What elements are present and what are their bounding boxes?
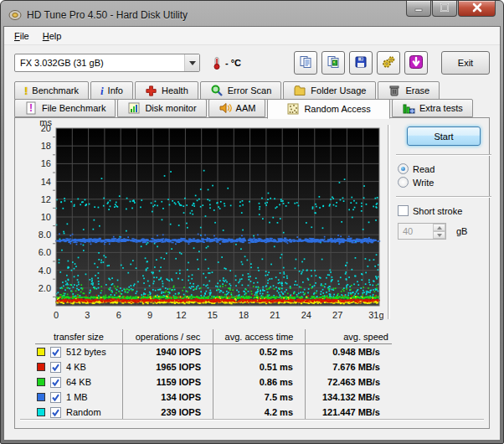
tab-aam[interactable]: AAM [208, 99, 266, 117]
transfer-size-label: 64 KB [66, 377, 91, 387]
drive-selector-value: FX 3.032GB (31 gB) [15, 58, 184, 68]
svg-text:31gB: 31gB [368, 310, 383, 320]
spin-up-button[interactable] [433, 224, 445, 231]
series-color-swatch [37, 408, 45, 416]
svg-text:27: 27 [332, 310, 342, 320]
download-icon [409, 55, 423, 71]
copy-text-button[interactable] [294, 51, 317, 75]
svg-text:8.0: 8.0 [39, 230, 51, 240]
series-color-swatch [37, 363, 45, 371]
menu-file[interactable]: File [8, 28, 36, 44]
window-controls [405, 1, 496, 17]
close-button[interactable] [458, 1, 496, 17]
benchmark-icon: ! [24, 85, 28, 96]
speed-value: 7.676 MB/s [305, 359, 392, 374]
speed-value: 72.463 MB/s [305, 374, 392, 390]
series-checkbox[interactable] [50, 407, 61, 418]
tab-bar: !BenchmarkiInfoHealthError ScanFolder Us… [14, 81, 490, 117]
tab-health[interactable]: Health [135, 81, 198, 100]
series-checkbox[interactable] [50, 362, 61, 373]
ops-value: 1965 IOPS [122, 359, 213, 374]
test-controls: Start ReadWrite Short stroke 40 gB [394, 125, 493, 240]
transfer-size-label: 4 KB [66, 362, 86, 372]
tab-error-scan[interactable]: Error Scan [200, 81, 282, 100]
tab-folder-usage[interactable]: Folder Usage [283, 81, 376, 100]
app-icon [8, 8, 22, 22]
column-header: operations / sec [122, 329, 213, 344]
copy-image-button[interactable] [321, 51, 345, 75]
radio-read[interactable]: Read [398, 163, 493, 174]
tab-random-access[interactable]: Random Access [267, 99, 389, 119]
exit-button[interactable]: Exit [441, 51, 490, 75]
maximize-button[interactable] [432, 1, 457, 17]
random-access-panel: ms2018161412108.06.04.02.003691215182124… [14, 117, 490, 429]
short-stroke-checkbox[interactable]: Short stroke [398, 205, 493, 216]
access-time-value: 0.52 ms [213, 344, 305, 359]
radio-write[interactable]: Write [398, 177, 493, 188]
ops-value: 239 IOPS [122, 405, 213, 420]
random-access-icon [286, 102, 300, 116]
toolbar-buttons [294, 51, 428, 75]
table-row-legend: 1 MB [35, 390, 122, 405]
minimize-button[interactable] [406, 1, 431, 17]
table-row-legend: 4 KB [35, 359, 122, 374]
svg-text:16: 16 [41, 158, 51, 168]
tab-label: Health [162, 85, 188, 96]
start-button[interactable]: Start [407, 126, 481, 146]
ops-value: 1159 IOPS [122, 374, 213, 390]
divider [20, 419, 484, 420]
speed-value: 0.948 MB/s [305, 344, 392, 359]
series-checkbox[interactable] [50, 347, 61, 358]
divider [396, 154, 491, 155]
checkbox-icon[interactable] [398, 205, 409, 216]
titlebar[interactable]: HD Tune Pro 4.50 - Hard Disk Utility [3, 3, 501, 26]
series-checkbox[interactable] [50, 377, 61, 388]
stroke-size-input[interactable]: 40 [398, 223, 446, 240]
radio-icon[interactable] [398, 163, 409, 174]
options-button[interactable] [377, 51, 400, 75]
aam-icon [219, 101, 232, 115]
access-time-value: 7.5 ms [213, 390, 305, 405]
drive-selector[interactable]: FX 3.032GB (31 gB) [14, 54, 200, 72]
transfer-size-label: Random [66, 407, 101, 417]
tab-disk-monitor[interactable]: Disk monitor [117, 99, 206, 117]
copy-image-icon [327, 55, 340, 71]
spin-down-button[interactable] [433, 231, 445, 239]
tab-extra-tests[interactable]: Extra tests [392, 99, 473, 117]
close-icon [471, 1, 484, 17]
svg-text:6.0: 6.0 [39, 247, 51, 257]
tab-label: Extra tests [419, 103, 463, 113]
menu-help[interactable]: Help [36, 28, 69, 44]
menubar: FileHelp [4, 27, 500, 45]
svg-text:12: 12 [41, 194, 51, 204]
error-scan-icon [210, 84, 224, 97]
tab-info[interactable]: iInfo [90, 81, 133, 100]
column-header: avg. access time [213, 329, 305, 344]
tab-erase[interactable]: Erase [378, 81, 440, 100]
svg-text:18: 18 [239, 310, 249, 320]
table-row-legend: Random [35, 405, 122, 420]
tab-benchmark[interactable]: !Benchmark [14, 81, 89, 100]
save-icon [354, 55, 368, 71]
erase-icon [388, 84, 401, 97]
download-button[interactable] [404, 51, 428, 75]
svg-text:14: 14 [41, 177, 51, 187]
svg-text:0: 0 [54, 310, 59, 320]
tab-label: Error Scan [228, 85, 272, 96]
series-color-swatch [37, 393, 45, 401]
tab-file-benchmark[interactable]: !File Benchmark [14, 99, 116, 117]
radio-icon[interactable] [398, 177, 409, 188]
ops-value: 1940 IOPS [122, 344, 213, 359]
tab-label: File Benchmark [42, 103, 105, 113]
app-window: HD Tune Pro 4.50 - Hard Disk Utility Fil… [0, 0, 504, 444]
spinner-buttons [433, 224, 445, 239]
short-stroke-label: Short stroke [413, 206, 462, 216]
access-time-value: 0.51 ms [213, 359, 305, 374]
column-header: transfer size [35, 329, 122, 344]
svg-text:10: 10 [41, 212, 51, 222]
tab-label: Folder Usage [311, 85, 366, 96]
save-button[interactable] [349, 51, 373, 75]
series-checkbox[interactable] [50, 392, 61, 403]
chevron-down-icon[interactable] [184, 54, 199, 71]
health-icon [145, 85, 157, 97]
